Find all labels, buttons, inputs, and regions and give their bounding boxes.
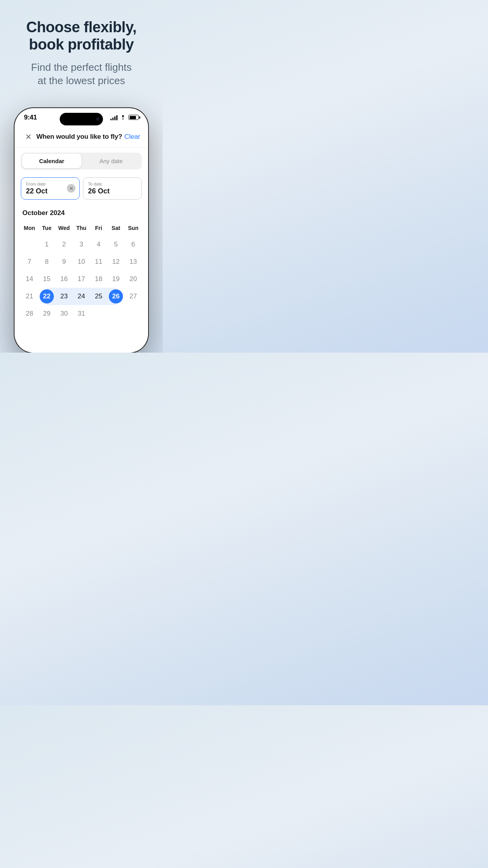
tab-any-date[interactable]: Any date [81,154,141,168]
calendar-day-cell[interactable]: 17 [73,270,90,288]
calendar-grid: MonTueWedThuFriSatSun 123456789101112131… [21,223,142,322]
calendar-day-cell[interactable]: 28 [21,305,38,322]
camera-dot [96,117,100,121]
calendar-day-header: Thu [73,223,90,234]
calendar-day-cell[interactable]: 4 [90,236,107,253]
wifi-icon [120,115,126,120]
dynamic-island [60,113,103,125]
calendar-day-header: Wed [55,223,73,234]
calendar-day-cell[interactable]: 19 [107,270,125,288]
calendar-day-cell[interactable]: 7 [21,253,38,270]
date-row: From date 22 Oct ✕ To date 26 Oct [15,174,148,204]
svg-point-0 [123,119,123,120]
calendar-day-header: Sun [125,223,142,234]
nav-title: When would you like to fly? [36,133,122,141]
calendar-day-cell[interactable]: 18 [90,270,107,288]
calendar-day-cell[interactable]: 26 [107,288,125,305]
hero-title: Choose flexibly, book profitably [13,19,150,53]
calendar-day-cell[interactable]: 15 [38,270,55,288]
calendar-month-label: October 2024 [21,209,142,217]
calendar-day-cell[interactable]: 2 [55,236,73,253]
calendar-section: October 2024 MonTueWedThuFriSatSun 12345… [15,204,148,327]
calendar-day-cell[interactable]: 21 [21,288,38,305]
calendar-day-cell [90,305,107,322]
calendar-day-cell [107,305,125,322]
nav-bar: ✕ When would you like to fly? Clear [15,125,148,148]
calendar-day-cell[interactable]: 31 [73,305,90,322]
to-date-field[interactable]: To date 26 Oct [83,177,142,200]
hero-section: Choose flexibly, book profitably Find th… [0,0,163,100]
calendar-day-cell[interactable]: 9 [55,253,73,270]
close-button[interactable]: ✕ [22,131,34,143]
calendar-day-cell[interactable]: 30 [55,305,73,322]
calendar-day-cell[interactable]: 24 [73,288,90,305]
to-date-value: 26 Oct [88,187,137,195]
calendar-day-cell [125,305,142,322]
hero-subtitle: Find the perfect flights at the lowest p… [13,61,150,88]
calendar-day-cell [21,236,38,253]
calendar-day-header: Fri [90,223,107,234]
calendar-day-cell[interactable]: 29 [38,305,55,322]
calendar-day-cell[interactable]: 25 [90,288,107,305]
calendar-day-cell[interactable]: 6 [125,236,142,253]
phone-frame: 9:41 [15,108,148,353]
status-time: 9:41 [24,114,37,121]
status-bar: 9:41 [15,108,148,125]
calendar-body: 1234567891011121314151617181920212223242… [21,236,142,322]
signal-icon [110,115,117,120]
battery-icon [128,115,139,120]
calendar-day-cell[interactable]: 23 [55,288,73,305]
calendar-day-cell[interactable]: 5 [107,236,125,253]
tab-calendar[interactable]: Calendar [22,154,81,168]
from-date-clear-button[interactable]: ✕ [67,184,75,193]
calendar-day-cell[interactable]: 1 [38,236,55,253]
tab-switcher: Calendar Any date [21,153,142,169]
calendar-day-cell[interactable]: 3 [73,236,90,253]
clear-button[interactable]: Clear [124,133,140,141]
to-date-label: To date [88,182,137,186]
calendar-day-cell[interactable]: 13 [125,253,142,270]
calendar-day-cell[interactable]: 11 [90,253,107,270]
calendar-header: MonTueWedThuFriSatSun [21,223,142,234]
calendar-day-cell[interactable]: 22 [38,288,55,305]
calendar-day-cell[interactable]: 27 [125,288,142,305]
calendar-day-header: Sat [107,223,125,234]
from-date-field[interactable]: From date 22 Oct ✕ [21,177,80,200]
calendar-day-cell[interactable]: 8 [38,253,55,270]
calendar-day-header: Tue [38,223,55,234]
phone-content: ✕ When would you like to fly? Clear Cale… [15,125,148,353]
calendar-day-cell[interactable]: 14 [21,270,38,288]
calendar-day-cell[interactable]: 16 [55,270,73,288]
calendar-day-cell[interactable]: 10 [73,253,90,270]
calendar-day-cell[interactable]: 12 [107,253,125,270]
calendar-day-header: Mon [21,223,38,234]
status-icons [110,115,139,120]
calendar-day-cell[interactable]: 20 [125,270,142,288]
phone-mockup: 9:41 [0,100,163,353]
